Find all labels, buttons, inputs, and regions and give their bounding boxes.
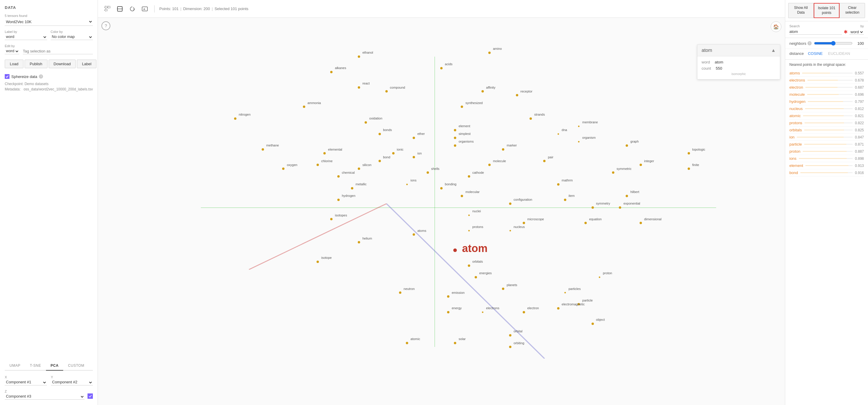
scatter-label[interactable]: protons: [472, 225, 483, 229]
scatter-label[interactable]: electromagnetic: [562, 302, 585, 306]
nearest-word-link[interactable]: atomic: [789, 113, 801, 118]
nearest-word-link[interactable]: orbitals: [789, 128, 802, 132]
text-labels-icon[interactable]: A: [140, 4, 150, 14]
scatter-label[interactable]: mathrm: [562, 178, 572, 182]
scatter-label[interactable]: metallic: [356, 182, 367, 186]
scatter-label[interactable]: atoms: [417, 229, 426, 232]
scatter-label[interactable]: oxygen: [287, 163, 297, 167]
scatter-label[interactable]: energy: [452, 306, 462, 310]
scatter-label[interactable]: helium: [363, 237, 372, 240]
scatter-label[interactable]: pair: [548, 155, 553, 159]
scatter-label[interactable]: element: [459, 124, 470, 128]
popup-close-button[interactable]: ▲: [771, 48, 776, 53]
scatter-label[interactable]: chemical: [342, 171, 354, 174]
scatter-label[interactable]: molecule: [493, 159, 506, 163]
x-axis-select[interactable]: Component #1: [5, 379, 47, 385]
nearest-word-link[interactable]: particle: [789, 142, 802, 146]
scatter-label[interactable]: particle: [582, 299, 593, 302]
scatter-label[interactable]: affinity: [486, 86, 496, 89]
isolate-button[interactable]: Isolate 101 points: [814, 3, 840, 18]
scatter-label[interactable]: amino: [493, 47, 502, 50]
scatter-label[interactable]: marker: [507, 143, 517, 147]
scatter-label[interactable]: compound: [390, 86, 405, 89]
nearest-word-link[interactable]: protons: [789, 121, 802, 125]
dataset-select[interactable]: Word2Vec 10K: [5, 19, 93, 24]
scatter-label[interactable]: atomic: [410, 337, 420, 341]
home-button[interactable]: 🏠: [771, 21, 781, 32]
scatter-label[interactable]: cathode: [472, 171, 484, 174]
scatter-label[interactable]: nuclei: [472, 209, 481, 213]
nearest-word-link[interactable]: ions: [789, 156, 797, 161]
scatter-label[interactable]: shells: [431, 167, 439, 170]
scatter-label[interactable]: organisms: [459, 140, 474, 143]
z-axis-checkbox[interactable]: [88, 394, 93, 399]
scatter-label[interactable]: simplest: [459, 132, 470, 135]
scatter-label[interactable]: ether: [417, 132, 425, 135]
euclidean-option[interactable]: EUCLIDEAN: [827, 51, 851, 56]
scatter-label[interactable]: dimensional: [644, 217, 661, 221]
nearest-word-link[interactable]: electrons: [789, 78, 805, 82]
color-by-select[interactable]: No color map: [51, 34, 93, 40]
scatter-label[interactable]: finite: [692, 163, 699, 167]
scatter-label[interactable]: orbital: [514, 329, 522, 333]
nearest-word-link[interactable]: hydrogen: [789, 99, 805, 104]
sphereize-help-icon[interactable]: ?: [39, 74, 43, 78]
scatter-label[interactable]: synthesized: [465, 101, 483, 105]
scatter-label[interactable]: hydrogen: [342, 194, 355, 198]
publish-button[interactable]: Publish: [25, 60, 48, 68]
scatter-label[interactable]: ion: [417, 151, 422, 155]
scatter-label[interactable]: integer: [644, 159, 654, 163]
cosine-option[interactable]: COSINE: [807, 51, 824, 56]
nearest-word-link[interactable]: atoms: [789, 71, 800, 75]
scatter-label[interactable]: alkanes: [335, 66, 346, 70]
scatter-label[interactable]: graph: [630, 140, 639, 143]
search-by-select[interactable]: word: [849, 29, 864, 35]
nearest-word-link[interactable]: electron: [789, 85, 803, 90]
scatter-label[interactable]: proton: [603, 271, 612, 275]
scatter-label[interactable]: particles: [568, 287, 581, 291]
night-mode-icon[interactable]: [128, 4, 137, 14]
scatter-label[interactable]: chlorine: [321, 159, 333, 163]
scatter-label[interactable]: equation: [589, 217, 601, 221]
scatter-label[interactable]: isotopes: [335, 213, 347, 217]
scatter-label[interactable]: organism: [582, 136, 596, 139]
scatter-label[interactable]: hilbert: [630, 190, 639, 194]
tab-custom[interactable]: CUSTOM: [63, 361, 89, 371]
nearest-word-link[interactable]: proton: [789, 149, 800, 154]
selection-tool-icon[interactable]: [103, 4, 112, 14]
clear-selection-button[interactable]: Clear selection: [839, 3, 865, 18]
scatter-label[interactable]: bond: [383, 155, 390, 159]
scatter-label[interactable]: orbiting: [514, 341, 524, 345]
scatter-label[interactable]: receptor: [520, 90, 532, 93]
y-axis-select[interactable]: Component #2: [51, 379, 93, 385]
download-button[interactable]: Download: [49, 60, 76, 68]
nearest-word-link[interactable]: element: [789, 163, 803, 168]
help-button[interactable]: ?: [101, 21, 111, 30]
scatter-label[interactable]: ions: [410, 178, 416, 182]
scatter-label[interactable]: ethanol: [363, 51, 373, 54]
scatter-label[interactable]: neutron: [404, 287, 415, 291]
scatter-label[interactable]: ammonia: [307, 101, 321, 105]
scatter-label[interactable]: acids: [445, 62, 453, 66]
scatter-label-atom[interactable]: atom: [462, 242, 487, 255]
scatter-label[interactable]: electrons: [486, 306, 500, 310]
scatter-label[interactable]: nucleus: [514, 225, 525, 229]
scatter-label[interactable]: ionic: [397, 148, 403, 151]
scatter-label[interactable]: membrane: [582, 121, 598, 124]
scatter-label[interactable]: elemental: [328, 148, 342, 151]
load-button[interactable]: Load: [5, 60, 24, 68]
label-button[interactable]: Label: [77, 60, 96, 68]
nearest-word-link[interactable]: nucleus: [789, 106, 803, 111]
scatter-label[interactable]: energies: [479, 271, 492, 275]
scatter-label[interactable]: topologic: [692, 148, 705, 151]
scatter-label[interactable]: configuration: [514, 198, 532, 201]
scatter-label[interactable]: nitrogen: [239, 113, 251, 116]
scatter-label[interactable]: react: [363, 81, 370, 85]
scatter-label[interactable]: strands: [534, 113, 545, 116]
scatter-label[interactable]: symmetry: [596, 202, 610, 205]
edit-by-select[interactable]: word: [5, 48, 19, 54]
search-input[interactable]: [789, 29, 842, 35]
tab-tsne[interactable]: T-SNE: [25, 361, 46, 371]
scatter-label[interactable]: methane: [266, 143, 279, 147]
scatter-label[interactable]: exponential: [624, 202, 640, 205]
